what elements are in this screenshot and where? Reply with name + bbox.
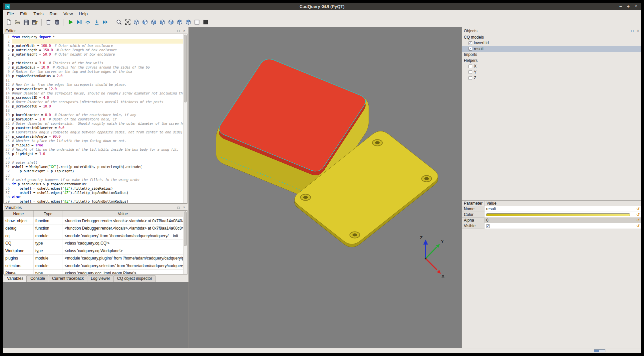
status-scrollbar[interactable] — [594, 349, 605, 352]
step-next-button[interactable] — [93, 18, 101, 26]
code-line[interactable]: 23# Countersink angle (complete angle be… — [4, 130, 183, 134]
fit-all-button[interactable] — [124, 18, 132, 26]
zoom-to-fit-button[interactable] — [115, 18, 123, 26]
view-iso-button[interactable] — [132, 18, 140, 26]
param-reset-button[interactable]: ↺ — [635, 212, 641, 218]
code-line[interactable]: 32 p_outerHeight + p_lipHeight) — [4, 169, 183, 173]
code-line[interactable]: 17p_screwpostOD = 10.0 — [4, 104, 183, 108]
minimize-button[interactable]: − — [619, 4, 622, 9]
tree-item-y[interactable]: Y — [462, 69, 641, 75]
code-line[interactable]: 15p_screwpostID = 4.0 — [4, 95, 183, 100]
menu-file[interactable]: File — [4, 11, 17, 17]
editor-scrollbar-thumb[interactable] — [184, 35, 187, 102]
code-lines[interactable]: 1from cadquery import *23p_outerWidth = … — [4, 34, 183, 203]
variable-row-plane[interactable]: Planetype<class 'cadquery.occ_impl.geom.… — [4, 270, 183, 274]
close-button[interactable]: × — [635, 4, 637, 9]
tree-item-cq-models[interactable]: CQ models — [462, 34, 641, 40]
code-line[interactable]: 27# Height of lip on the underside of th… — [4, 147, 183, 152]
code-line[interactable]: 28p_lipHeight = 1.0 — [4, 152, 183, 156]
checkbox-y[interactable] — [469, 70, 472, 74]
variables-scrollbar-thumb[interactable] — [184, 211, 187, 246]
tree-item-result[interactable]: ✓result — [462, 46, 641, 52]
code-line[interactable]: 14#nner Diameter of the screwpost holes,… — [4, 91, 183, 95]
code-line[interactable]: 38else: — [4, 195, 183, 199]
code-line[interactable]: 8p_sideRadius = 10.0 # Radius for the cu… — [4, 65, 183, 70]
column-header-type[interactable]: Type — [34, 211, 63, 217]
viewport-3d[interactable]: Z Y X — [188, 27, 462, 348]
perspective-button[interactable] — [201, 18, 209, 26]
variable-row-debug[interactable]: debugfunction<function Debugger.render.<… — [4, 225, 183, 233]
param-value[interactable] — [484, 212, 635, 218]
menu-run[interactable]: Run — [47, 11, 61, 17]
code-line[interactable]: 7p_thickness = 3.0 # Thickness of the bo… — [4, 61, 183, 65]
variable-row-plugins[interactable]: pluginsmodule<module 'cadquery.plugins' … — [4, 255, 183, 263]
tree-item-z[interactable]: Z — [462, 75, 641, 81]
checkbox-z[interactable] — [469, 76, 472, 80]
code-line[interactable]: 3p_outerWidth = 100.0 # Outer width of b… — [4, 44, 183, 48]
objects-close-button[interactable]: × — [636, 29, 640, 33]
code-line[interactable]: 30# outer shell — [4, 160, 183, 165]
objects-float-button[interactable]: ◻ — [630, 29, 635, 33]
code-line[interactable]: 21# Outer diameter of countersink. Shoul… — [4, 121, 183, 126]
view-bottom-button[interactable] — [184, 18, 192, 26]
param-reset-button[interactable]: ↺ — [635, 206, 641, 212]
variable-row-cq[interactable]: cqmodule<module 'cadquery' from '/home/a… — [4, 232, 183, 240]
variables-float-button[interactable]: ◻ — [176, 205, 181, 210]
tree-item-lowerlid[interactable]: ✓lowerLid — [462, 40, 641, 46]
delete-button[interactable] — [53, 18, 61, 26]
step-button[interactable] — [84, 18, 92, 26]
save-button[interactable] — [22, 18, 30, 26]
tab-log-viewer[interactable]: Log viewer — [88, 275, 114, 282]
code-line[interactable]: 13p_screwpostInset = 12.0 — [4, 87, 183, 91]
view-right-button[interactable] — [167, 18, 175, 26]
save-as-button[interactable] — [31, 18, 39, 26]
tab-current-traceback[interactable]: Current traceback — [49, 275, 87, 282]
menu-help[interactable]: Help — [76, 11, 91, 17]
checkbox-result[interactable]: ✓ — [469, 47, 472, 51]
param-value[interactable]: ✓ — [484, 223, 635, 229]
code-line[interactable]: 2 — [4, 39, 183, 44]
menu-view[interactable]: View — [61, 11, 76, 17]
view-back-button[interactable] — [150, 18, 158, 26]
code-line[interactable]: 1from cadquery import * — [4, 35, 183, 39]
code-line[interactable]: 12# How far in from the edges the screwp… — [4, 83, 183, 87]
code-line[interactable]: 33 — [4, 173, 183, 178]
param-row-color[interactable]: Color↺ — [462, 212, 641, 218]
editor-float-button[interactable]: ◻ — [176, 29, 181, 33]
view-top-button[interactable] — [175, 18, 183, 26]
editor-scrollbar[interactable] — [183, 34, 187, 203]
tree-item-imports[interactable]: Imports — [462, 52, 641, 58]
variable-row-show-object[interactable]: show_objectfunction<function Debugger.re… — [4, 217, 183, 225]
color-swatch[interactable] — [486, 213, 630, 216]
code-line[interactable]: 26p_flipLid = True — [4, 143, 183, 147]
code-line[interactable]: 36 oshell = oshell.edges("|Z").fillet(p_… — [4, 186, 183, 191]
code-line[interactable]: 20p_boreDepth = 1.0 # Depth of the count… — [4, 117, 183, 121]
menu-tools[interactable]: Tools — [30, 11, 46, 17]
maximize-button[interactable]: + — [627, 4, 630, 9]
code-line[interactable]: 24p_countersinkAngle = 90.0 — [4, 134, 183, 139]
variable-row-workplane[interactable]: Workplanetype<class 'cadquery.cq.Workpla… — [4, 247, 183, 255]
code-line[interactable]: 11 — [4, 78, 183, 83]
tab-variables[interactable]: Variables — [4, 275, 27, 282]
variable-row-selectors[interactable]: selectorsmodule<module 'cadquery.selecto… — [4, 262, 183, 270]
code-line[interactable]: 19p_boreDiameter = 8.0 # Diameter of the… — [4, 113, 183, 117]
code-line[interactable]: 37 oshell = oshell.edges("#Z").fillet(p_… — [4, 191, 183, 195]
column-header-value[interactable]: Value — [63, 211, 183, 217]
tree-item-helpers[interactable]: Helpers — [462, 58, 641, 64]
param-row-name[interactable]: Nameresult↺ — [462, 206, 641, 212]
code-line[interactable]: 16# Outer Diameter of the screwposts.\nD… — [4, 100, 183, 104]
viewport-canvas[interactable]: Z Y X — [189, 27, 462, 348]
variables-scrollbar[interactable] — [183, 211, 187, 274]
checkbox-x[interactable] — [469, 65, 472, 68]
code-line[interactable]: 29 — [4, 156, 183, 160]
column-header-name[interactable]: Name — [4, 211, 34, 217]
status-scrollbar-thumb[interactable] — [594, 350, 599, 352]
code-line[interactable]: 5p_outerHeight = 50.0 # Outer height of … — [4, 52, 183, 57]
code-line[interactable]: 4p_outerLength = 150.0 # Outer length of… — [4, 48, 183, 52]
render-button[interactable] — [67, 18, 75, 26]
param-value[interactable]: 0 — [484, 218, 635, 223]
checkbox-lowerlid[interactable]: ✓ — [469, 41, 472, 45]
code-line[interactable]: 22p_countersinkDiameter = 0.0 — [4, 126, 183, 130]
code-line[interactable]: 34# weird geometry happens if we make th… — [4, 178, 183, 182]
new-file-button[interactable] — [5, 18, 13, 26]
